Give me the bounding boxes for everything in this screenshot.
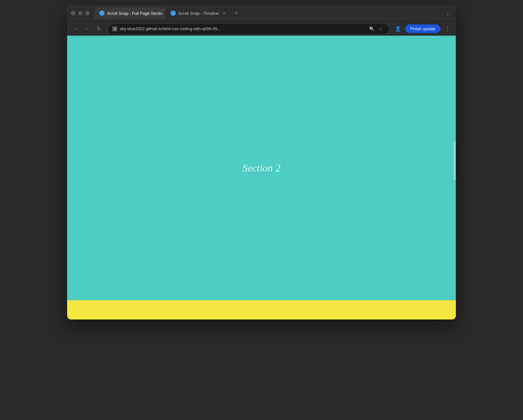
section-2-heading: Section 2	[243, 162, 280, 174]
forward-icon: →	[84, 26, 90, 32]
webpage: Section 2	[67, 36, 456, 319]
finish-update-label: Finish update	[410, 26, 435, 31]
browser-content: Section 2	[67, 36, 456, 319]
scrollbar-thumb[interactable]	[454, 142, 456, 180]
scrollbar[interactable]	[453, 36, 456, 300]
forward-button[interactable]: →	[83, 24, 92, 33]
tab-overflow-icon: ⌄	[446, 10, 450, 16]
finish-update-button[interactable]: Finish update	[405, 24, 440, 33]
tab2-favicon: 🌐	[171, 11, 176, 16]
address-text: sky-blue2022.github.io/html-css-coding-w…	[120, 26, 366, 31]
tab2-label: Scroll Snap - Timeline	[178, 11, 219, 16]
bookmark-icon[interactable]: ☆	[377, 25, 385, 32]
search-icon[interactable]: 🔍	[368, 25, 376, 32]
minimize-button[interactable]	[78, 11, 83, 15]
finish-update-menu-button[interactable]: ⋮	[443, 24, 452, 33]
site-info-icon[interactable]: ⊞	[112, 26, 117, 31]
tab1-favicon: 🌐	[99, 11, 104, 16]
browser-window: 🌐 Scroll Snap - Full Page Sectio ✕ 🌐 Scr…	[67, 5, 456, 319]
title-bar: 🌐 Scroll Snap - Full Page Sectio ✕ 🌐 Scr…	[67, 5, 456, 22]
tab-overflow-button[interactable]: ⌄	[443, 9, 452, 18]
tab2-close[interactable]: ✕	[221, 11, 226, 16]
profile-icon: 👤	[395, 26, 401, 32]
section-2: Section 2	[67, 36, 456, 300]
close-button[interactable]	[71, 11, 75, 15]
tab-scroll-snap-timeline[interactable]: 🌐 Scroll Snap - Timeline ✕	[166, 7, 231, 19]
tabs-bar: 🌐 Scroll Snap - Full Page Sectio ✕ 🌐 Scr…	[95, 7, 452, 19]
address-bar-actions: 🔍 ☆	[368, 25, 385, 32]
reload-button[interactable]: ↻	[94, 24, 103, 33]
address-bar[interactable]: ⊞ sky-blue2022.github.io/html-css-coding…	[108, 24, 388, 34]
back-button[interactable]: ←	[71, 24, 80, 33]
tab1-label: Scroll Snap - Full Page Sectio	[107, 11, 163, 16]
section-3-peek	[67, 300, 456, 319]
tab-scroll-snap-full-page[interactable]: 🌐 Scroll Snap - Full Page Sectio ✕	[95, 7, 165, 19]
nav-bar: ← → ↻ ⊞ sky-blue2022.github.io/html-css-…	[67, 22, 456, 36]
traffic-lights	[71, 11, 90, 15]
profile-button[interactable]: 👤	[394, 24, 403, 33]
back-icon: ←	[73, 26, 78, 32]
tab1-close[interactable]: ✕	[165, 11, 165, 16]
menu-icon: ⋮	[445, 25, 450, 32]
reload-icon: ↻	[97, 26, 101, 32]
maximize-button[interactable]	[85, 11, 90, 15]
new-tab-button[interactable]: +	[232, 9, 241, 18]
